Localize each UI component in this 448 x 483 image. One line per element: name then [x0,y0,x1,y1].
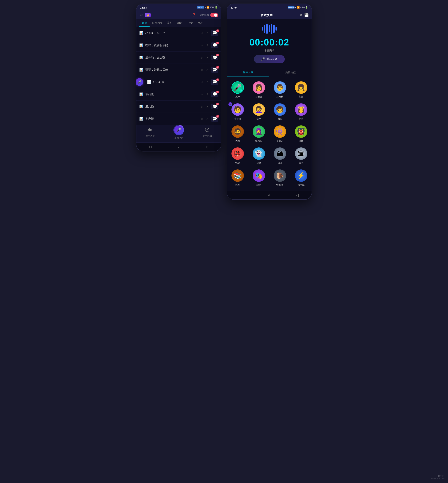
share-4[interactable]: ↗ [206,68,209,72]
bar-6 [273,25,275,33]
msg-wrap-5[interactable]: 💬 新 [211,79,218,85]
square-btn-right[interactable]: □ [240,193,242,197]
share-6[interactable]: ↗ [206,92,209,96]
label-slow: 慢吞吞 [276,183,283,186]
help-icon[interactable]: ❓ [192,13,196,17]
share-3[interactable]: ↗ [206,55,209,59]
effect-tabs: 原生音效 混音音效 [227,68,312,77]
label-classroom: 教室 [235,183,240,186]
tab-daomeng[interactable]: 呆萌 [139,19,150,27]
square-btn-left[interactable]: □ [149,145,152,149]
tab-nvyou[interactable]: 女友 [195,19,206,27]
share-1[interactable]: ↗ [206,31,209,35]
voice-item-1[interactable]: 📊 小哥哥，笑一个 ☆ ↗ 💬 新 [136,27,221,39]
tab-luoli[interactable]: 萝莉 [164,19,175,27]
volte-left: VoLTE2 [197,6,204,8]
star-4[interactable]: ☆ [201,68,204,72]
voice-actions-5: ☆ ↗ 💬 新 [201,79,218,85]
my-voice-nav[interactable]: 我的语音 [146,127,155,140]
save-icon[interactable]: 💾 [304,13,309,17]
back-button[interactable]: ← [230,13,234,17]
star-1[interactable]: ☆ [201,31,204,35]
wave-icon-4: 📊 [139,68,143,72]
msg-wrap-6[interactable]: 💬 新 [211,91,218,97]
star-8[interactable]: ☆ [201,117,204,121]
voice-item-6[interactable]: 📊 带我走 ☆ ↗ 💬 新 [136,88,221,101]
tab-yujie[interactable]: 御姐 [175,19,185,27]
circle-btn-right[interactable]: ○ [268,193,270,197]
voice-item-5[interactable]: 🎤 📊 好不好嘛 ☆ ↗ 💬 新 [136,76,221,88]
badge-new-5: 新 [216,79,219,81]
voice-item-7[interactable]: 📊 丑八怪 ☆ ↗ 💬 新 [136,101,221,113]
star-6[interactable]: ☆ [201,92,204,96]
share-7[interactable]: ↗ [206,105,209,109]
effect-valley[interactable]: 🏔 山谷 [269,145,290,167]
effect-std-female[interactable]: 👩 标准女 [248,79,269,101]
share-8[interactable]: ↗ [206,117,209,121]
voice-item-3[interactable]: 📊 爱你哟，么么哒 ☆ ↗ 💬 新 [136,51,221,64]
effect-luoli[interactable]: 👸 萝莉 [290,101,312,123]
effect-yuansheng[interactable]: 🎤 ✓ 原声 [227,79,248,101]
tab-daily-female[interactable]: 日常(女) [150,19,164,27]
effect-uncle[interactable]: 🧔 大叔 [227,123,248,145]
enable-voice-change-nav[interactable]: 🎤 开启变声 [173,127,184,140]
floating-mic-btn[interactable]: 🎤 [136,78,143,86]
wave-icon-6: 📊 [139,92,143,96]
msg-wrap-1[interactable]: 💬 新 [211,30,218,36]
share-5[interactable]: ↗ [206,80,209,84]
label-std-female: 标准女 [255,95,262,98]
app-header-right: ← 音效变声 ♫ 💾 [227,11,312,19]
float-toggle[interactable] [210,13,218,17]
effect-female-voice[interactable]: 👩‍🦱 女声 [248,101,269,123]
tab-shaonu[interactable]: 少女 [185,19,195,27]
effect-electric[interactable]: ⚡ 强电流 [290,167,312,189]
effect-horror[interactable]: 👺 惊悚 [227,145,248,167]
effect-foreigner[interactable]: 🧕 歪果仁 [248,123,269,145]
share-2[interactable]: ↗ [206,43,209,47]
help-nav[interactable]: ? 使用帮助 [202,127,212,140]
star-2[interactable]: ☆ [201,43,204,47]
re-record-button[interactable]: 🎤 重新录音 [254,55,285,63]
svg-rect-2 [150,129,151,131]
voice-actions-8: ☆ ↗ 💬 新 [201,116,218,122]
effect-male[interactable]: 🧒 男生 [269,101,290,123]
voice-item-2[interactable]: 📊 嘿嘿，我会听话的 ☆ ↗ 💬 新 [136,39,221,51]
avatar-cute: 👧 [295,81,307,94]
effect-minion[interactable]: 👾 小黄人 [269,123,290,145]
svg-rect-0 [148,129,149,131]
msg-wrap-7[interactable]: 💬 新 [211,104,218,109]
effect-cute[interactable]: 👧 萌妹 [290,79,312,101]
msg-wrap-3[interactable]: 💬 新 [211,55,218,60]
circle-btn-left[interactable]: ○ [177,145,179,149]
voice-actions-1: ☆ ↗ 💬 新 [201,30,218,36]
effect-brother[interactable]: 🎤 🧑 小哥哥 [227,101,248,123]
settings-icon[interactable]: ⚙ [139,13,143,17]
wave-icon-8: 📊 [139,117,143,121]
effect-slow[interactable]: 🐌 慢吞吞 [269,167,290,189]
back-btn-right[interactable]: ◁ [296,193,299,197]
back-btn-left[interactable]: ◁ [205,145,208,149]
avatar-funny: 👹 [295,125,307,138]
effect-live[interactable]: 🎭 现场 [248,167,269,189]
effect-hall[interactable]: 🏛 大堂 [290,145,312,167]
voice-item-8[interactable]: 📊 变声器 ☆ ↗ 💬 新 [136,113,221,125]
star-7[interactable]: ☆ [201,105,204,109]
sys-nav-right: □ ○ ◁ [227,191,312,199]
tab-mix-effect[interactable]: 混音音效 [269,68,312,77]
music-list-icon[interactable]: ♫ [299,13,302,17]
effect-funny[interactable]: 👹 搞怪 [290,123,312,145]
effect-classroom[interactable]: 📚 教室 [227,167,248,189]
star-3[interactable]: ☆ [201,55,204,59]
effect-ethereal[interactable]: 👻 空灵 [248,145,269,167]
star-5[interactable]: ☆ [201,80,204,84]
tab-native-effect[interactable]: 原生音效 [227,68,269,77]
msg-wrap-2[interactable]: 💬 新 [211,42,218,48]
app-header-left: ⚙ 👑 ❓ 开启悬浮框 [136,11,221,19]
msg-wrap-4[interactable]: 💬 新 [211,67,218,73]
effect-std-male[interactable]: 👨 标准男 [269,79,290,101]
bar-3 [266,24,268,34]
msg-wrap-8[interactable]: 💬 新 [211,116,218,122]
voice-item-4[interactable]: 📊 哥哥，带我去买糖 ☆ ↗ 💬 新 [136,64,221,76]
label-uncle: 大叔 [235,139,240,143]
crown-badge[interactable]: 👑 [145,13,151,17]
